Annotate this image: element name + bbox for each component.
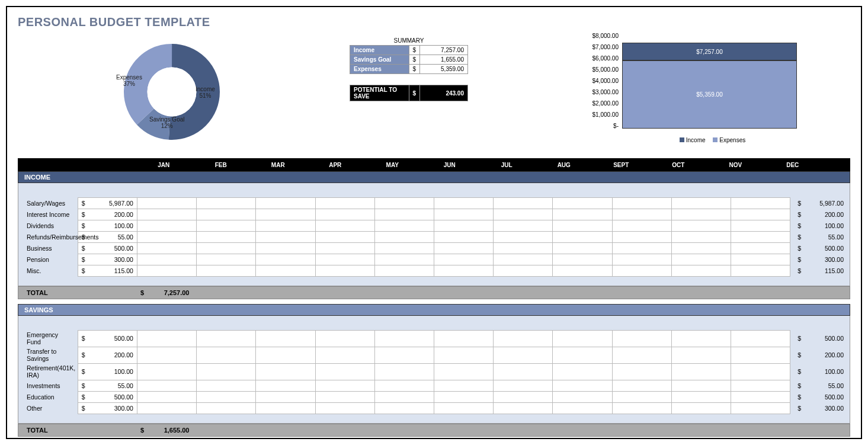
cell-empty[interactable]: [553, 363, 612, 380]
cell-empty[interactable]: [612, 391, 671, 402]
cell-empty[interactable]: [612, 242, 671, 254]
cell-empty[interactable]: [671, 254, 731, 265]
cell-jan[interactable]: $100.00: [78, 363, 137, 380]
cell-empty[interactable]: [553, 330, 612, 347]
cell-empty[interactable]: [612, 402, 671, 414]
cell-empty[interactable]: [315, 209, 374, 220]
cell-empty[interactable]: [434, 391, 493, 402]
cell-empty[interactable]: [671, 209, 731, 220]
cell-empty[interactable]: [256, 363, 315, 380]
cell-empty[interactable]: [434, 220, 493, 231]
cell-empty[interactable]: [315, 197, 374, 209]
cell-empty[interactable]: [553, 231, 612, 242]
cell-empty[interactable]: [494, 380, 553, 391]
cell-empty[interactable]: [137, 231, 196, 242]
cell-empty[interactable]: [671, 265, 731, 276]
cell-empty[interactable]: [434, 402, 493, 414]
cell-empty[interactable]: [197, 197, 256, 209]
cell-empty[interactable]: [256, 242, 315, 254]
cell-empty[interactable]: [671, 347, 731, 363]
cell-empty[interactable]: [374, 363, 434, 380]
cell-empty[interactable]: [553, 380, 612, 391]
cell-empty[interactable]: [256, 220, 315, 231]
cell-empty[interactable]: [434, 197, 493, 209]
cell-empty[interactable]: [612, 347, 671, 363]
cell-empty[interactable]: [731, 197, 790, 209]
cell-empty[interactable]: [256, 330, 315, 347]
cell-empty[interactable]: [434, 209, 493, 220]
cell-empty[interactable]: [374, 209, 434, 220]
cell-empty[interactable]: [553, 209, 612, 220]
cell-empty[interactable]: [137, 242, 196, 254]
cell-empty[interactable]: [137, 197, 196, 209]
cell-empty[interactable]: [494, 330, 553, 347]
cell-jan[interactable]: $200.00: [78, 347, 137, 363]
cell-empty[interactable]: [374, 242, 434, 254]
cell-empty[interactable]: [434, 363, 493, 380]
cell-empty[interactable]: [256, 231, 315, 242]
cell-empty[interactable]: [494, 402, 553, 414]
cell-empty[interactable]: [731, 347, 790, 363]
cell-empty[interactable]: [731, 209, 790, 220]
cell-empty[interactable]: [315, 347, 374, 363]
cell-empty[interactable]: [553, 220, 612, 231]
cell-empty[interactable]: [671, 363, 731, 380]
cell-empty[interactable]: [494, 254, 553, 265]
cell-empty[interactable]: [197, 330, 256, 347]
cell-empty[interactable]: [315, 254, 374, 265]
cell-empty[interactable]: [494, 197, 553, 209]
cell-empty[interactable]: [612, 265, 671, 276]
cell-empty[interactable]: [256, 347, 315, 363]
cell-empty[interactable]: [256, 254, 315, 265]
cell-empty[interactable]: [197, 220, 256, 231]
cell-empty[interactable]: [197, 391, 256, 402]
cell-empty[interactable]: [671, 330, 731, 347]
cell-empty[interactable]: [434, 242, 493, 254]
cell-empty[interactable]: [197, 380, 256, 391]
cell-empty[interactable]: [137, 380, 196, 391]
cell-empty[interactable]: [494, 363, 553, 380]
cell-empty[interactable]: [197, 209, 256, 220]
cell-jan[interactable]: $500.00: [78, 330, 137, 347]
cell-empty[interactable]: [374, 402, 434, 414]
cell-empty[interactable]: [494, 220, 553, 231]
cell-empty[interactable]: [197, 363, 256, 380]
cell-empty[interactable]: [731, 265, 790, 276]
cell-empty[interactable]: [374, 391, 434, 402]
cell-empty[interactable]: [731, 330, 790, 347]
cell-empty[interactable]: [374, 265, 434, 276]
cell-empty[interactable]: [731, 402, 790, 414]
cell-empty[interactable]: [671, 220, 731, 231]
cell-empty[interactable]: [197, 231, 256, 242]
cell-empty[interactable]: [256, 209, 315, 220]
cell-empty[interactable]: [731, 380, 790, 391]
cell-empty[interactable]: [137, 347, 196, 363]
cell-empty[interactable]: [494, 231, 553, 242]
cell-empty[interactable]: [731, 220, 790, 231]
cell-jan[interactable]: $55.00: [78, 380, 137, 391]
cell-empty[interactable]: [315, 330, 374, 347]
cell-empty[interactable]: [197, 402, 256, 414]
cell-jan[interactable]: $300.00: [78, 402, 137, 414]
cell-empty[interactable]: [374, 197, 434, 209]
cell-empty[interactable]: [137, 363, 196, 380]
cell-empty[interactable]: [434, 347, 493, 363]
cell-empty[interactable]: [553, 391, 612, 402]
cell-empty[interactable]: [374, 254, 434, 265]
cell-empty[interactable]: [494, 347, 553, 363]
cell-empty[interactable]: [671, 242, 731, 254]
cell-jan[interactable]: $115.00: [78, 265, 137, 276]
cell-empty[interactable]: [374, 220, 434, 231]
cell-empty[interactable]: [671, 231, 731, 242]
cell-empty[interactable]: [494, 391, 553, 402]
cell-empty[interactable]: [553, 347, 612, 363]
cell-empty[interactable]: [137, 391, 196, 402]
cell-empty[interactable]: [434, 231, 493, 242]
cell-empty[interactable]: [434, 265, 493, 276]
cell-empty[interactable]: [256, 197, 315, 209]
cell-empty[interactable]: [256, 265, 315, 276]
cell-empty[interactable]: [374, 380, 434, 391]
cell-empty[interactable]: [671, 402, 731, 414]
cell-empty[interactable]: [256, 402, 315, 414]
cell-empty[interactable]: [374, 347, 434, 363]
